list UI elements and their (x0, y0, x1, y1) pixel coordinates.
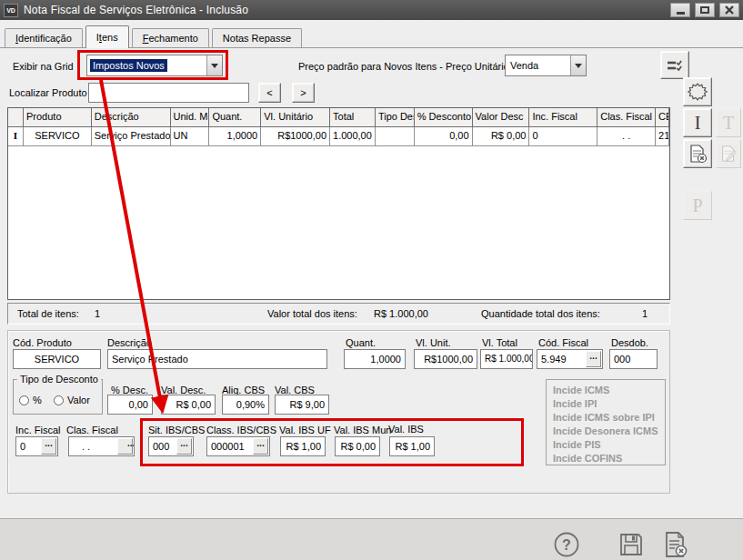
chevron-down-icon[interactable] (570, 55, 586, 75)
nota-fiscal-window: VD Nota Fiscal de Serviços Eletrônica - … (0, 0, 743, 560)
clas-fiscal-label: Clas. Fiscal (66, 425, 118, 435)
val-cbs-field[interactable]: R$ 9,00 (275, 395, 329, 415)
grid-column-tipo-des: Tipo Des (376, 108, 415, 127)
grid-column-ce: CE (656, 108, 669, 127)
grid-cell-inc-fiscal[interactable]: 0 (529, 127, 597, 146)
grid-column-total: Total (330, 108, 376, 127)
grid-cell-total[interactable]: 1.000,00 (330, 127, 376, 146)
clas-fiscal-field[interactable]: . . ... (68, 436, 135, 456)
grid-cell-ce[interactable]: 21 (656, 127, 669, 146)
list-item-incide-desonera-icms: Incide Desonera ICMS (553, 425, 665, 438)
val-ibs-mun-field[interactable]: R$ 0,00 (335, 436, 380, 456)
previous-item-button[interactable]: < (258, 83, 281, 103)
p-button: P (683, 191, 712, 220)
preco-unitario-select[interactable]: Venda (505, 55, 587, 76)
column-config-button[interactable] (660, 51, 689, 79)
total-itens-label: Total de itens: (17, 308, 79, 319)
desdob-field[interactable]: 000 (609, 349, 658, 369)
seal-button[interactable] (683, 77, 712, 106)
grid-cell-tipo-des[interactable] (376, 127, 415, 146)
cod-produto-field[interactable]: SERVICO (13, 349, 101, 369)
pct-desc-field[interactable]: 0,00 (107, 395, 153, 415)
grid-column-quant: Quant. (209, 108, 261, 127)
descricao-field[interactable]: Serviço Prestado (107, 349, 327, 369)
aliq-cbs-field[interactable]: 0,90% (222, 395, 269, 415)
next-item-button[interactable]: > (292, 83, 315, 103)
cod-fiscal-field[interactable]: 5.949 ... (537, 349, 603, 369)
title-bar: VD Nota Fiscal de Serviços Eletrônica - … (0, 0, 743, 20)
save-icon (617, 531, 645, 558)
items-grid: ProdutoDescriçãoUnid. MeQuant.Vl. Unitár… (7, 107, 670, 300)
grid-cell-vl-unit-rio[interactable]: R$1000,00 (261, 127, 330, 146)
val-ibs-uf-field[interactable]: R$ 1,00 (280, 436, 326, 456)
vl-unit-field[interactable]: R$1000,00 (414, 349, 477, 369)
quantidade-total-value: 1 (642, 308, 648, 319)
tab-fechamento[interactable]: Fechamento (132, 28, 209, 47)
help-button[interactable]: ? (553, 531, 580, 558)
footer-bar: ? (0, 518, 743, 560)
grid-cell-col[interactable]: I (8, 127, 24, 146)
sit-ibs-cbs-label: Sit. IBS/CBS (148, 425, 205, 435)
sit-ibs-cbs-lookup-button[interactable]: ... (176, 438, 192, 455)
table-row[interactable]: ISERVICOServiço PrestadoUN1,0000R$1000,0… (8, 127, 669, 146)
document-edit-icon (718, 144, 738, 164)
tipo-desconto-label: Tipo de Desconto (17, 374, 101, 385)
tab-notas-repasse[interactable]: Notas Repasse (212, 28, 302, 47)
desconto-percent-radio[interactable]: % (19, 395, 42, 405)
help-icon: ? (553, 531, 580, 558)
list-item-incide-icms: Incide ICMS (553, 384, 665, 397)
val-ibs-field[interactable]: R$ 1,00 (389, 436, 435, 456)
minimize-icon[interactable] (670, 3, 690, 17)
preco-padrao-label: Preço padrão para Novos Itens - Preço Un… (298, 61, 512, 72)
val-desc-field[interactable]: R$ 0,00 (161, 395, 216, 415)
grid-cell-produto[interactable]: SERVICO (24, 127, 92, 146)
grid-cell-unid-me[interactable]: UN (171, 127, 210, 146)
vl-total-field[interactable]: R$ 1.000,00 (480, 349, 533, 369)
quant-field[interactable]: 1,0000 (344, 349, 406, 369)
class-ibs-cbs-field[interactable]: 000001 ... (206, 436, 270, 456)
valor-total-label: Valor total dos itens: (267, 308, 357, 319)
window-title: Nota Fiscal de Serviços Eletrônica - Inc… (24, 4, 248, 16)
radio-icon (19, 395, 29, 405)
grid-cell-desconto[interactable]: 0,00 (415, 127, 473, 146)
desconto-valor-radio[interactable]: Valor (54, 395, 90, 405)
cod-fiscal-lookup-button[interactable]: ... (586, 351, 601, 367)
clas-fiscal-value: . . (82, 441, 90, 452)
inc-fiscal-label: Inc. Fiscal (15, 425, 61, 435)
save-button[interactable] (617, 531, 645, 558)
tab-identifica-o[interactable]: Identificação (5, 28, 83, 47)
t-button: T (716, 108, 741, 137)
exibir-na-grid-label: Exibir na Grid (13, 61, 74, 72)
document-cancel-button[interactable] (683, 139, 712, 168)
incide-listbox: Incide ICMSIncide IPIIncide ICMS sobre I… (546, 379, 666, 465)
inc-fiscal-lookup-button[interactable]: ... (41, 438, 56, 455)
maximize-icon[interactable] (695, 3, 715, 17)
totals-bar: Total de itens: 1 Valor total dos itens:… (7, 303, 670, 325)
val-ibs-mun-label: Val. IBS Mun (334, 425, 391, 435)
grid-cell-clas-fiscal[interactable]: . . (597, 127, 656, 146)
chevron-down-icon[interactable] (206, 55, 222, 75)
exibir-na-grid-select[interactable]: Impostos Novos (86, 55, 223, 76)
seal-icon (686, 80, 709, 104)
grid-column-clas-fiscal: Clas. Fiscal (597, 108, 656, 127)
grid-cell-descri-o[interactable]: Serviço Prestado (92, 127, 171, 146)
class-ibs-cbs-lookup-button[interactable]: ... (253, 438, 268, 455)
grid-cell-quant[interactable]: 1,0000 (209, 127, 261, 146)
localizar-produto-input[interactable] (88, 83, 249, 103)
vl-unit-label: Vl. Unit. (416, 337, 451, 348)
tab-itens[interactable]: Itens (85, 25, 129, 48)
list-item-incide-icms-sobre-ipi: Incide ICMS sobre IPI (553, 411, 665, 425)
cancel-document-icon (661, 531, 690, 558)
radio-icon (54, 395, 64, 405)
grid-cell-valor-desc[interactable]: R$ 0,00 (473, 127, 530, 146)
valor-total-value: R$ 1.000,00 (374, 308, 428, 319)
quantidade-total-label: Quantidade total dos itens: (481, 308, 600, 319)
inc-fiscal-field[interactable]: 0 ... (15, 436, 58, 456)
italic-i-button[interactable]: I (683, 108, 712, 137)
vl-total-label: Vl. Total (482, 337, 517, 348)
exibir-na-grid-value: Impostos Novos (90, 59, 167, 72)
close-icon[interactable] (719, 3, 739, 17)
sit-ibs-cbs-field[interactable]: 000 ... (148, 436, 194, 456)
cancel-button[interactable] (661, 531, 690, 558)
clas-fiscal-lookup-button[interactable]: ... (117, 438, 133, 455)
